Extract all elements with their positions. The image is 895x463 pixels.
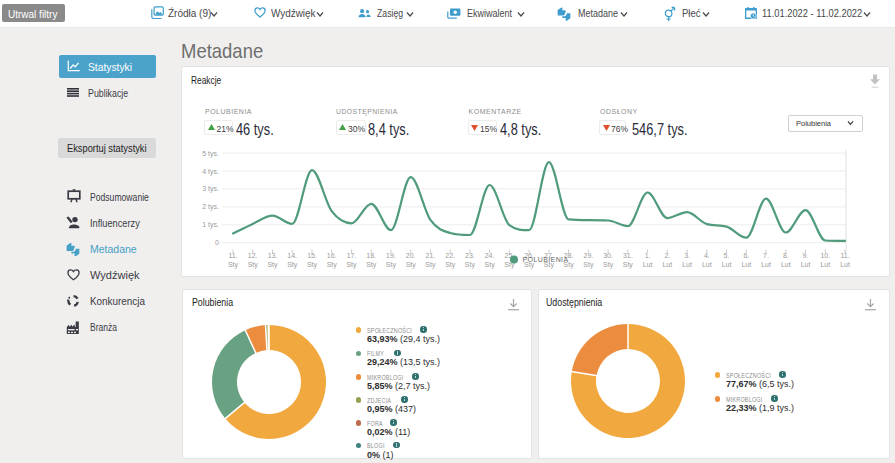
svg-text:8.: 8. bbox=[783, 252, 789, 259]
svg-text:1.: 1. bbox=[645, 252, 651, 259]
svg-text:Sty: Sty bbox=[248, 261, 259, 269]
svg-text:7.: 7. bbox=[763, 252, 769, 259]
svg-text:Lut: Lut bbox=[722, 261, 732, 268]
svg-text:4 tys.: 4 tys. bbox=[202, 168, 219, 176]
svg-text:17.: 17. bbox=[347, 252, 357, 259]
svg-text:Sty: Sty bbox=[406, 261, 417, 269]
svg-text:5 tys.: 5 tys. bbox=[202, 150, 219, 158]
svg-text:9.: 9. bbox=[803, 252, 809, 259]
svg-text:21.: 21. bbox=[426, 252, 436, 259]
svg-text:Sty: Sty bbox=[445, 261, 456, 269]
svg-text:0: 0 bbox=[215, 239, 219, 246]
svg-text:Sty: Sty bbox=[583, 261, 594, 269]
svg-text:14.: 14. bbox=[287, 252, 297, 259]
svg-text:31.: 31. bbox=[623, 252, 633, 259]
svg-text:Lut: Lut bbox=[702, 261, 712, 268]
svg-text:10.: 10. bbox=[820, 252, 830, 259]
svg-text:30.: 30. bbox=[603, 252, 613, 259]
svg-text:Lut: Lut bbox=[682, 261, 692, 268]
svg-text:Sty: Sty bbox=[287, 261, 298, 269]
svg-text:24.: 24. bbox=[485, 252, 495, 259]
svg-text:2.: 2. bbox=[664, 252, 670, 259]
svg-text:11.: 11. bbox=[228, 252, 237, 259]
svg-text:Lut: Lut bbox=[643, 261, 653, 268]
svg-text:Lut: Lut bbox=[662, 261, 672, 268]
svg-text:11.: 11. bbox=[840, 252, 849, 259]
svg-text:Lut: Lut bbox=[761, 261, 771, 268]
svg-text:Sty: Sty bbox=[228, 261, 239, 269]
svg-text:Sty: Sty bbox=[267, 261, 278, 269]
svg-text:20.: 20. bbox=[406, 252, 416, 259]
svg-text:3 tys.: 3 tys. bbox=[202, 185, 219, 193]
svg-text:23.: 23. bbox=[465, 252, 475, 259]
svg-text:Lut: Lut bbox=[741, 261, 751, 268]
svg-text:29.: 29. bbox=[584, 252, 594, 259]
svg-text:POLUBIENIA: POLUBIENIA bbox=[523, 256, 569, 263]
svg-text:6.: 6. bbox=[743, 252, 749, 259]
svg-text:Lut: Lut bbox=[840, 261, 850, 268]
svg-text:16.: 16. bbox=[327, 252, 337, 259]
svg-text:Lut: Lut bbox=[781, 261, 791, 268]
svg-text:Sty: Sty bbox=[623, 261, 634, 269]
svg-text:3.: 3. bbox=[684, 252, 690, 259]
svg-text:Sty: Sty bbox=[465, 261, 476, 269]
svg-text:Sty: Sty bbox=[485, 261, 496, 269]
svg-text:1 tys.: 1 tys. bbox=[202, 221, 219, 229]
svg-text:5.: 5. bbox=[724, 252, 730, 259]
svg-text:18.: 18. bbox=[366, 252, 376, 259]
svg-text:Sty: Sty bbox=[603, 261, 614, 269]
svg-text:Lut: Lut bbox=[820, 261, 830, 268]
svg-text:4.: 4. bbox=[704, 252, 710, 259]
svg-text:19.: 19. bbox=[386, 252, 396, 259]
svg-text:22.: 22. bbox=[445, 252, 455, 259]
svg-text:15.: 15. bbox=[307, 252, 317, 259]
svg-text:Sty: Sty bbox=[307, 261, 318, 269]
svg-text:Sty: Sty bbox=[386, 261, 397, 269]
svg-text:12.: 12. bbox=[248, 252, 258, 259]
svg-text:Sty: Sty bbox=[366, 261, 377, 269]
svg-text:2 tys.: 2 tys. bbox=[202, 203, 219, 211]
svg-text:Sty: Sty bbox=[327, 261, 338, 269]
svg-text:Sty: Sty bbox=[346, 261, 357, 269]
svg-text:Sty: Sty bbox=[425, 261, 436, 269]
svg-text:13.: 13. bbox=[268, 252, 278, 259]
svg-text:Lut: Lut bbox=[801, 261, 811, 268]
